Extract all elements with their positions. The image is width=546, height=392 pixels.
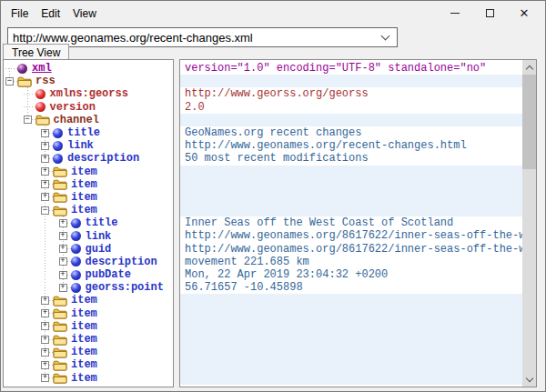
tree-row: +item <box>4 294 173 307</box>
vertical-scrollbar[interactable] <box>522 60 536 387</box>
tree-row: +description <box>4 256 173 268</box>
value-row[interactable]: version="1.0" encoding="UTF-8" standalon… <box>180 62 522 75</box>
tree-node-label[interactable]: item <box>71 294 97 307</box>
expand-toggle[interactable]: + <box>41 348 49 357</box>
value-row[interactable]: http://www.geonames.org/recent-changes.h… <box>180 139 522 152</box>
scroll-up-button[interactable] <box>522 60 536 75</box>
value-row[interactable]: Mon, 22 Apr 2019 23:04:32 +0200 <box>180 268 522 281</box>
blue-ball-icon <box>71 231 81 241</box>
value-row <box>180 178 522 191</box>
value-row <box>180 294 522 307</box>
tree-node-label[interactable]: xml <box>32 62 52 75</box>
purple-ball-icon <box>17 64 27 74</box>
tree-node-label[interactable]: item <box>71 307 97 320</box>
tree-row: +item <box>4 191 173 204</box>
tree-node-label[interactable]: xmlns:georss <box>50 87 128 100</box>
expand-toggle[interactable]: + <box>41 155 49 163</box>
tree-row: +item <box>4 166 173 178</box>
chevron-down-icon <box>525 374 532 381</box>
expand-toggle[interactable]: + <box>41 374 49 382</box>
minimize-button[interactable] <box>438 3 472 25</box>
expand-toggle[interactable]: + <box>41 129 49 137</box>
folder-icon <box>35 114 50 126</box>
value-row[interactable]: http://www.geonames.org/8617622/inner-se… <box>180 243 522 256</box>
close-button[interactable]: ✕ <box>507 3 541 25</box>
value-row[interactable]: 50 most recent modifications <box>180 152 522 165</box>
tree-node-label[interactable]: item <box>71 166 97 178</box>
scrollbar-thumb[interactable] <box>522 75 536 169</box>
value-row[interactable]: http://www.georss.org/georss <box>180 87 522 100</box>
expand-toggle[interactable]: + <box>41 361 49 369</box>
expand-toggle[interactable]: + <box>41 309 49 317</box>
tree-node-label[interactable]: guid <box>86 243 112 256</box>
value-row <box>180 191 522 204</box>
expand-toggle[interactable]: + <box>41 180 49 188</box>
tree-node-label[interactable]: item <box>71 204 97 216</box>
value-row <box>180 320 522 333</box>
collapse-toggle[interactable]: − <box>41 206 49 215</box>
tree-node-label[interactable]: description <box>67 152 139 165</box>
tab-tree-view[interactable]: Tree View <box>3 44 69 59</box>
tree-node-label[interactable]: item <box>71 372 97 385</box>
tree-node-label[interactable]: item <box>71 320 97 333</box>
menu-file[interactable]: File <box>5 5 35 23</box>
value-row <box>180 204 522 216</box>
tree-node-label[interactable]: item <box>71 178 97 191</box>
tree-node-label[interactable]: rss <box>35 75 56 87</box>
value-row[interactable]: Inner Seas off the West Coast of Scotlan… <box>180 216 522 229</box>
tree-node-label[interactable]: description <box>86 256 157 268</box>
expand-toggle[interactable]: + <box>59 257 67 266</box>
node-value-panel: version="1.0" encoding="UTF-8" standalon… <box>179 59 537 387</box>
value-row[interactable]: 2.0 <box>180 101 522 114</box>
tree-node-label[interactable]: pubDate <box>86 268 131 281</box>
red-ball-icon <box>35 89 46 99</box>
value-row[interactable]: movement 221.685 km <box>180 256 522 268</box>
value-row <box>180 166 522 178</box>
tree-node-label[interactable]: link <box>86 230 112 243</box>
tree-node-label[interactable]: channel <box>54 114 99 126</box>
folder-icon <box>53 205 67 216</box>
expand-toggle[interactable]: + <box>59 232 67 240</box>
tree-node-label[interactable]: item <box>71 346 97 358</box>
tree-node-label[interactable]: item <box>71 333 97 346</box>
expand-toggle[interactable]: + <box>59 245 67 253</box>
expand-toggle[interactable]: + <box>41 336 49 344</box>
maximize-button[interactable] <box>472 3 507 25</box>
expand-toggle[interactable]: + <box>41 167 49 176</box>
expand-toggle[interactable]: + <box>41 322 49 330</box>
expand-toggle[interactable]: + <box>41 193 49 201</box>
expand-toggle[interactable]: + <box>59 284 67 292</box>
value-row <box>180 346 522 358</box>
expand-toggle[interactable]: + <box>41 297 49 305</box>
folder-icon <box>53 334 67 346</box>
menu-view[interactable]: View <box>66 5 103 23</box>
value-row[interactable]: http://www.geonames.org/8617622/inner-se… <box>180 229 522 242</box>
expand-toggle[interactable]: + <box>59 219 67 227</box>
folder-icon <box>53 359 67 371</box>
tree-row: +item <box>4 346 173 358</box>
tree-node-label[interactable]: item <box>71 191 97 204</box>
tree-node-label[interactable]: georss:point <box>86 281 164 294</box>
folder-icon <box>53 347 67 358</box>
menu-edit[interactable]: Edit <box>35 5 66 23</box>
tree-node-label[interactable]: item <box>71 358 97 371</box>
value-row[interactable]: GeoNames.org recent changes <box>180 126 522 139</box>
value-row[interactable]: 56.71657 -10.45898 <box>180 281 522 294</box>
blue-ball-icon <box>53 154 63 164</box>
expand-toggle[interactable]: + <box>59 271 67 279</box>
collapse-toggle[interactable]: − <box>5 77 14 85</box>
tree-node-label[interactable]: title <box>67 126 100 139</box>
tree-row: +description <box>4 152 173 165</box>
window-controls: ✕ <box>438 1 541 25</box>
tree-node-label[interactable]: link <box>67 139 94 152</box>
tree-row: +link <box>4 229 173 242</box>
expand-toggle[interactable]: + <box>41 142 49 150</box>
chevron-down-icon[interactable] <box>381 32 390 41</box>
collapse-toggle[interactable]: − <box>24 116 32 124</box>
tree-node-label[interactable]: title <box>86 216 118 229</box>
tree-node-label[interactable]: version <box>50 101 96 114</box>
url-value[interactable]: http://www.geonames.org/recent-changes.x… <box>8 31 382 45</box>
tree-connector <box>24 94 35 95</box>
scroll-down-button[interactable] <box>522 372 536 387</box>
tree-row: −channel <box>4 114 173 126</box>
